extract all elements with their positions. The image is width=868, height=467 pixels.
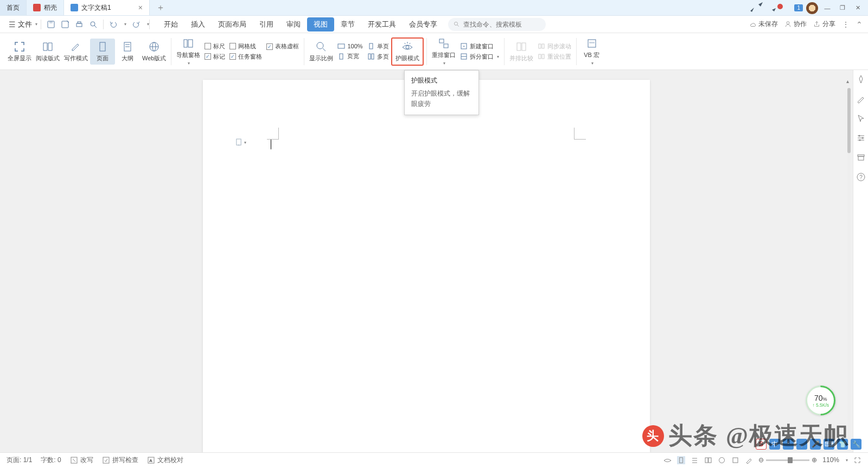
word-count[interactable]: 字数: 0 <box>41 456 61 465</box>
ruler-checkbox[interactable]: 标尺 <box>205 42 225 51</box>
markup-checkbox[interactable]: 标记 <box>205 53 225 61</box>
tab-chapter[interactable]: 章节 <box>334 17 361 31</box>
user-avatar[interactable] <box>806 2 818 14</box>
undo-dropdown[interactable]: ▾ <box>124 22 126 27</box>
save-as-icon[interactable] <box>61 20 69 29</box>
rewrite-button[interactable]: 改写 <box>70 456 93 465</box>
document-area[interactable]: ▾ <box>0 70 853 452</box>
tray-punct-icon[interactable]: ° <box>783 439 794 450</box>
tray-comma-icon[interactable]: ， <box>796 439 807 450</box>
tab-docker[interactable]: 稻壳 <box>27 0 64 15</box>
cursor-icon[interactable] <box>856 113 866 123</box>
write-mode-button[interactable]: 写作模式 <box>62 39 90 65</box>
document-page[interactable]: ▾ <box>203 80 650 452</box>
rocket-icon[interactable] <box>856 74 866 84</box>
save-icon[interactable] <box>47 20 55 29</box>
print-preview-icon[interactable] <box>89 20 98 29</box>
rearrange-window-button[interactable]: 重排窗口▾ <box>430 35 458 68</box>
tab-document[interactable]: 文字文稿1 × <box>64 0 150 15</box>
table-dashed-checkbox[interactable]: 表格虚框 <box>266 42 299 51</box>
tab-dev-tools[interactable]: 开发工具 <box>361 17 403 31</box>
page-indicator[interactable]: 页面: 1/1 <box>7 456 32 465</box>
close-tab-icon[interactable]: × <box>138 3 143 12</box>
tray-mic-icon[interactable]: 🎤 <box>810 439 821 450</box>
page-button[interactable]: 页面 <box>90 39 115 65</box>
read-layout-button[interactable]: 阅读版式 <box>34 39 62 65</box>
tab-home[interactable]: 首页 <box>0 0 27 15</box>
print-icon[interactable] <box>75 20 84 29</box>
ime-icon[interactable]: S <box>756 439 767 450</box>
new-tab-button[interactable]: ＋ <box>153 1 168 15</box>
outline-status-icon[interactable] <box>691 456 699 464</box>
collapse-ribbon-icon[interactable]: ⌃ <box>856 20 863 29</box>
task-pane-checkbox[interactable]: 任务窗格 <box>229 53 262 61</box>
share-icon <box>813 21 820 28</box>
vertical-scrollbar[interactable]: ▴ <box>845 88 853 444</box>
help-icon[interactable]: ? <box>856 172 866 182</box>
close-window-button[interactable]: ✕ <box>852 3 864 14</box>
archive-icon[interactable] <box>856 153 866 162</box>
settings-icon[interactable] <box>856 133 866 143</box>
zoom-knob[interactable] <box>788 457 793 463</box>
person-icon <box>784 21 792 28</box>
redo-icon[interactable] <box>132 20 141 29</box>
tray-tool-icon[interactable]: 🔧 <box>851 439 861 450</box>
vb-macro-button[interactable]: VB 宏▾ <box>579 35 604 68</box>
split-window-button[interactable]: 拆分窗口▾ <box>460 53 499 61</box>
collab-button[interactable]: 协作 <box>784 20 807 29</box>
eye-mode-status-icon[interactable] <box>663 456 672 464</box>
scroll-up-icon[interactable]: ▴ <box>846 78 849 84</box>
zoom-100-button[interactable]: 100% <box>337 42 362 50</box>
tab-premium[interactable]: 会员专享 <box>403 17 444 31</box>
eye-care-mode-button[interactable]: 护眼模式 <box>391 37 424 66</box>
scroll-thumb[interactable] <box>847 88 851 153</box>
file-menu[interactable]: ☰ 文件 ▾ <box>5 20 41 29</box>
tray-skin-icon[interactable]: 👕 <box>837 439 848 450</box>
unsaved-status[interactable]: 未保存 <box>749 20 778 29</box>
tab-view[interactable]: 视图 <box>307 17 334 31</box>
focus-status-icon[interactable] <box>731 456 739 464</box>
new-window-button[interactable]: +新建窗口 <box>460 42 499 51</box>
tab-start[interactable]: 开始 <box>157 17 184 31</box>
command-search[interactable] <box>448 18 546 31</box>
zoom-in-icon[interactable]: ⊕ <box>812 456 817 464</box>
zoom-track[interactable] <box>766 459 809 461</box>
tab-references[interactable]: 引用 <box>253 17 280 31</box>
spellcheck-button[interactable]: 拼写检查 <box>102 456 138 465</box>
minimize-button[interactable]: — <box>821 3 833 14</box>
zoom-slider[interactable]: ⊖ ⊕ <box>758 456 817 464</box>
web-layout-button[interactable]: Web版式 <box>140 39 168 65</box>
nav-pane-button[interactable]: 导航窗格▾ <box>174 35 202 68</box>
svg-point-10 <box>787 22 789 24</box>
zoom-dropdown[interactable]: ▾ <box>846 458 848 463</box>
write-status-icon[interactable] <box>745 456 753 464</box>
maximize-button[interactable]: ❐ <box>837 3 848 14</box>
outline-button[interactable]: 大纲 <box>115 39 140 65</box>
paragraph-handle[interactable]: ▾ <box>235 138 246 147</box>
notification-badge[interactable]: 1 <box>794 4 803 11</box>
tab-insert[interactable]: 插入 <box>184 17 212 31</box>
undo-icon[interactable] <box>109 20 118 29</box>
ime-zh-icon[interactable]: 中 <box>769 439 780 450</box>
more-icon[interactable]: ⋮ <box>842 20 850 29</box>
tab-page-layout[interactable]: 页面布局 <box>212 17 253 31</box>
share-button[interactable]: 分享 <box>813 20 835 29</box>
tray-keyboard-icon[interactable]: ⌨ <box>824 439 834 450</box>
web-status-icon[interactable] <box>718 456 726 464</box>
gridlines-checkbox[interactable]: 网格线 <box>229 42 262 51</box>
zoom-out-icon[interactable]: ⊖ <box>758 456 764 464</box>
zoom-ratio-button[interactable]: 显示比例 <box>307 39 335 65</box>
fullscreen-button[interactable]: 全屏显示 <box>5 39 34 65</box>
read-status-icon[interactable] <box>704 456 712 464</box>
zoom-level[interactable]: 110% <box>822 456 839 464</box>
search-input[interactable] <box>463 21 540 28</box>
fit-icon[interactable] <box>853 456 861 464</box>
page-width-button[interactable]: 页宽 <box>337 52 362 60</box>
page-layout-status-icon[interactable] <box>677 456 685 464</box>
tab-review[interactable]: 审阅 <box>280 17 307 31</box>
proofread-button[interactable]: A文档校对 <box>147 456 183 465</box>
pen-tool-icon[interactable] <box>856 94 866 104</box>
single-page-button[interactable]: 单页 <box>367 42 389 51</box>
multi-page-button[interactable]: 多页 <box>367 53 389 61</box>
chevron-down-icon: ▾ <box>591 61 593 66</box>
